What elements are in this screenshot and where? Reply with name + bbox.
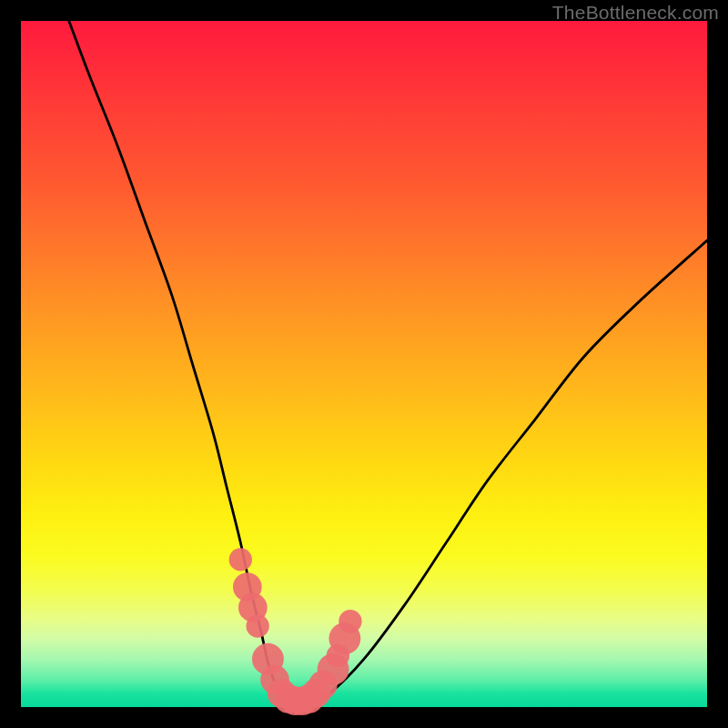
bottleneck-curve: [69, 21, 707, 704]
chart-svg: [21, 21, 707, 707]
watermark-text: TheBottleneck.com: [552, 2, 719, 24]
curve-path: [69, 21, 707, 704]
marker-dot: [339, 610, 361, 632]
marker-dot: [229, 548, 252, 571]
marker-dot: [246, 614, 268, 637]
highlight-markers: [229, 548, 362, 715]
chart-frame: TheBottleneck.com: [0, 0, 728, 728]
